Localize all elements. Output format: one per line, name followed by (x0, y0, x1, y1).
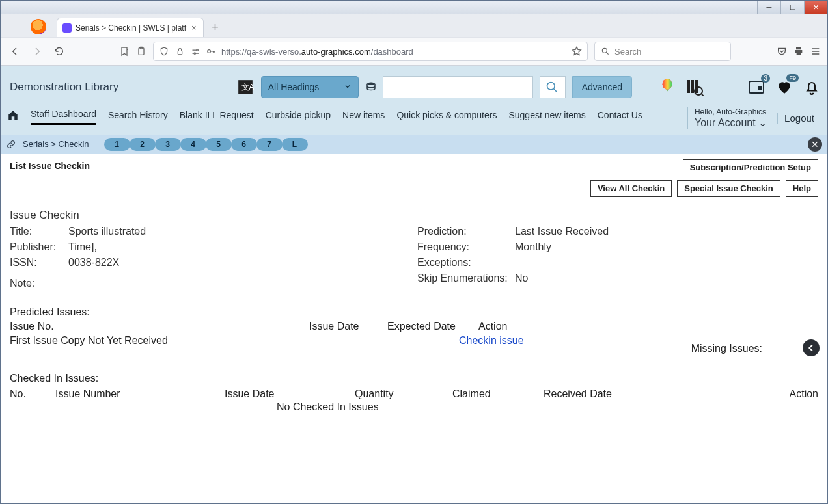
step-pill[interactable]: 5 (206, 138, 232, 151)
nav-suggest[interactable]: Suggest new items (508, 106, 585, 124)
browser-tab[interactable]: Serials > Checkin | SWLS | platf × (57, 18, 204, 37)
nav-blank-ill[interactable]: Blank ILL Request (180, 106, 254, 124)
books-search-icon[interactable] (685, 78, 704, 96)
search-icon (600, 46, 611, 57)
tab-favicon-icon (62, 23, 72, 33)
issn-value: 0038-822X (68, 257, 411, 269)
exceptions-label: Exceptions: (417, 257, 515, 269)
star-icon[interactable] (572, 46, 582, 57)
col-issue-date2: Issue Date (225, 388, 355, 400)
browser-search-box[interactable]: Search (594, 42, 731, 61)
col-issue-date: Issue Date (309, 321, 368, 332)
col-quantity: Quantity (355, 388, 452, 400)
forward-button[interactable] (29, 44, 45, 59)
account-box[interactable]: Hello, Auto-Graphics Your Account ⌄ (687, 107, 773, 129)
advanced-search-button[interactable]: Advanced (572, 76, 632, 98)
col-no: No. (10, 388, 55, 400)
svg-point-9 (367, 83, 375, 86)
language-icon[interactable]: 文A (236, 78, 255, 96)
breadcrumb-text[interactable]: Serials > Checkin (23, 139, 89, 149)
page-title: List Issue Checkin (10, 161, 90, 171)
nav-contact[interactable]: Contact Us (598, 106, 642, 124)
note-label: Note: (10, 272, 68, 289)
col-claimed: Claimed (452, 388, 544, 400)
col-expected-date: Expected Date (387, 321, 459, 332)
tab-close-icon[interactable]: × (190, 23, 198, 33)
col-issue-number: Issue Number (55, 388, 225, 400)
view-all-checkin-button[interactable]: View All Checkin (590, 180, 672, 197)
database-icon[interactable] (365, 81, 377, 93)
nav-quick-picks[interactable]: Quick picks & computers (396, 106, 497, 124)
predicted-heading: Predicted Issues: (10, 306, 818, 318)
nav-search-history[interactable]: Search History (108, 106, 168, 124)
nav-curbside[interactable]: Curbside pickup (266, 106, 331, 124)
home-icon[interactable] (7, 109, 19, 121)
window-close-button[interactable]: ✕ (804, 1, 827, 14)
nav-new-items[interactable]: New items (342, 106, 385, 124)
nav-staff-dashboard[interactable]: Staff Dashboard (31, 105, 96, 125)
browser-search-placeholder: Search (614, 47, 641, 57)
reload-button[interactable] (51, 44, 67, 59)
settings-sliders-icon (190, 46, 200, 57)
predicted-row-text: First Issue Copy Not Yet Received (10, 335, 439, 347)
close-panel-icon[interactable]: ✕ (808, 137, 822, 152)
special-issue-checkin-button[interactable]: Special Issue Checkin (677, 180, 780, 197)
svg-text:文A: 文A (241, 83, 254, 92)
news-icon[interactable]: 3 (748, 78, 766, 96)
hamburger-menu-icon[interactable] (810, 46, 821, 57)
library-name: Demonstration Library (7, 81, 121, 94)
bookmark-out-icon[interactable] (119, 46, 130, 57)
skip-enum-label: Skip Enumerations: (417, 272, 515, 284)
step-pill[interactable]: 6 (231, 138, 257, 151)
step-pill[interactable]: 4 (180, 138, 206, 151)
new-tab-button[interactable]: + (208, 20, 223, 35)
exceptions-value (515, 257, 818, 269)
prediction-label: Prediction: (417, 226, 515, 237)
step-pill[interactable]: 1 (104, 138, 130, 151)
chain-icon (6, 139, 16, 150)
help-button[interactable]: Help (786, 180, 818, 197)
svg-point-5 (208, 50, 211, 53)
headings-select-label: All Headings (268, 82, 320, 92)
logout-link[interactable]: Logout (777, 113, 821, 124)
os-titlebar: ─ ☐ ✕ (1, 1, 827, 14)
step-pill[interactable]: L (282, 138, 308, 151)
svg-point-10 (547, 83, 555, 90)
note-value (68, 272, 411, 289)
main-nav: Staff Dashboard Search History Blank ILL… (1, 105, 674, 130)
pocket-icon[interactable] (777, 46, 787, 57)
svg-point-12 (663, 79, 672, 90)
address-bar[interactable]: https://qa-swls-verso.auto-graphics.com/… (153, 42, 588, 61)
collapse-left-icon[interactable] (803, 339, 820, 356)
checkin-issue-link[interactable]: Checkin issue (459, 335, 524, 347)
window-minimize-button[interactable]: ─ (757, 1, 780, 14)
publisher-label: Publisher: (10, 241, 68, 253)
favorites-icon[interactable]: F9 (775, 78, 794, 96)
issn-label: ISSN: (10, 257, 68, 269)
account-link: Your Account (695, 117, 756, 128)
svg-rect-2 (178, 51, 182, 54)
back-button[interactable] (7, 44, 23, 59)
svg-point-4 (194, 52, 196, 54)
window-maximize-button[interactable]: ☐ (780, 1, 804, 14)
subscription-prediction-button[interactable]: Subscription/Prediction Setup (683, 159, 818, 176)
headings-select[interactable]: All Headings (261, 76, 359, 98)
checked-in-heading: Checked In Issues: (10, 373, 818, 384)
step-pill[interactable]: 2 (130, 138, 156, 151)
balloon-icon[interactable] (658, 78, 676, 96)
print-icon[interactable] (794, 46, 804, 57)
notifications-icon[interactable] (803, 78, 821, 96)
no-checked-in-text: No Checked In Issues (277, 401, 818, 413)
step-pill[interactable]: 7 (256, 138, 283, 151)
clipboard-icon[interactable] (136, 46, 146, 57)
col-issue-no: Issue No. (10, 321, 290, 332)
catalog-search-button[interactable] (540, 76, 566, 98)
prediction-value: Last Issue Received (515, 226, 818, 237)
shield-icon (159, 46, 169, 57)
catalog-search-input[interactable] (383, 76, 533, 98)
svg-point-6 (602, 48, 607, 53)
url-text: https://qa-swls-verso.auto-graphics.com/… (221, 47, 566, 57)
title-label: Title: (10, 226, 68, 237)
step-pill[interactable]: 3 (155, 138, 181, 151)
svg-rect-13 (687, 80, 690, 93)
